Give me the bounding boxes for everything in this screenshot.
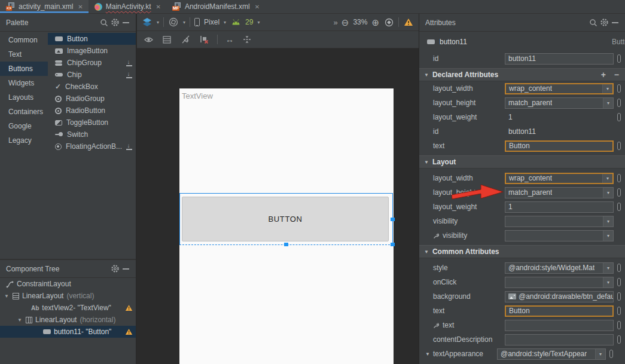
tree-node-constraintlayout[interactable]: ConstraintLayout <box>0 278 136 290</box>
resource-picker-pill[interactable] <box>617 188 621 197</box>
zoom-in-icon[interactable]: ⊕ <box>371 18 379 27</box>
section-common-attributes[interactable]: ▼ Common Attributes <box>419 245 625 258</box>
layout-width-dropdown[interactable]: wrap_content ▾ <box>505 83 614 94</box>
close-icon[interactable]: ✕ <box>255 4 260 10</box>
tab-mainactivity-kt[interactable]: MainActivity.kt ✕ <box>89 0 166 13</box>
resource-picker-pill[interactable] <box>617 307 621 315</box>
gear-icon[interactable] <box>109 264 120 274</box>
palette-category-layouts[interactable]: Layouts <box>0 90 48 105</box>
gear-icon[interactable] <box>599 17 609 28</box>
palette-item-checkbox[interactable]: ✓ CheckBox <box>48 81 136 93</box>
onclick-dropdown[interactable]: ▾ <box>505 277 614 288</box>
resource-picker-pill[interactable] <box>617 99 621 107</box>
palette-category-google[interactable]: Google <box>0 119 48 133</box>
palette-category-widgets[interactable]: Widgets <box>0 76 48 90</box>
chevron-down-icon[interactable]: ▾ <box>603 231 613 241</box>
text-field[interactable]: Button <box>505 140 614 152</box>
resource-picker-pill[interactable] <box>617 84 621 93</box>
resource-picker-pill[interactable] <box>617 292 621 301</box>
resource-picker-pill[interactable] <box>617 321 621 329</box>
tree-node-linearlayout-horizontal[interactable]: ▼ LinearLayout(horizontal) <box>0 314 136 326</box>
chevron-down-icon[interactable]: ▾ <box>595 349 605 359</box>
resource-picker-pill[interactable] <box>617 113 621 121</box>
selection-bounds[interactable]: BUTTON <box>179 193 393 245</box>
autoconnect-off-magnet-icon[interactable] <box>180 34 191 45</box>
chevron-expanded-icon[interactable]: ▼ <box>17 317 23 323</box>
section-layout[interactable]: ▼ Layout <box>419 155 625 169</box>
layout-height-dropdown[interactable]: match_parent ▾ <box>505 187 614 198</box>
attr-value[interactable]: 1 <box>505 113 614 121</box>
tools-text-field[interactable] <box>505 320 614 331</box>
tree-node-linearlayout-vertical[interactable]: ▼ LinearLayout(vertical) <box>0 290 136 302</box>
chevron-down-icon[interactable]: ▾ <box>602 84 612 93</box>
canvas-textview[interactable]: TextView <box>182 91 213 100</box>
resource-picker-pill[interactable] <box>609 350 613 358</box>
chevron-down-icon[interactable]: ▾ <box>602 174 612 183</box>
layout-height-dropdown[interactable]: match_parent ▾ <box>505 97 614 109</box>
design-surface-mode-icon[interactable] <box>142 17 153 27</box>
palette-category-common[interactable]: Common <box>0 33 48 47</box>
palette-item-button[interactable]: Button <box>48 33 136 45</box>
palette-item-chipgroup[interactable]: ChipGroup <box>48 57 136 69</box>
api-level-selector[interactable]: 29 <box>245 18 253 26</box>
resource-picker-pill[interactable] <box>617 54 621 63</box>
zoom-to-fit-icon[interactable] <box>383 17 394 27</box>
add-attribute-button[interactable]: + <box>601 70 606 79</box>
hide-panel-icon[interactable] <box>120 264 131 274</box>
resource-picker-pill[interactable] <box>617 278 621 286</box>
chevron-down-icon[interactable]: ▾ <box>603 277 613 287</box>
palette-item-radiogroup[interactable]: RadioGroup <box>48 93 136 105</box>
zoom-out-icon[interactable]: ⊖ <box>342 18 349 27</box>
textappearance-dropdown[interactable]: @android:style/TextAppear ▾ <box>497 348 606 360</box>
style-dropdown[interactable]: @android:style/Widget.Mat ▾ <box>505 262 614 274</box>
view-options-eye-icon[interactable] <box>143 34 154 45</box>
palette-category-text[interactable]: Text <box>0 47 48 62</box>
toolbar-overflow-icon[interactable]: » <box>334 18 337 27</box>
close-icon[interactable]: ✕ <box>156 4 161 10</box>
chevron-down-icon[interactable]: ▾ <box>603 263 613 273</box>
close-icon[interactable]: ✕ <box>78 4 83 10</box>
background-field[interactable]: @android:drawable/btn_defau <box>505 291 614 302</box>
device-screen[interactable]: TextView BUTTON <box>179 88 394 364</box>
palette-category-buttons[interactable]: Buttons <box>0 62 48 76</box>
tab-activity-main-xml[interactable]: <> activity_main.xml ✕ <box>0 0 89 13</box>
tree-node-button11[interactable]: button11- "Button" <box>0 326 136 338</box>
device-selector[interactable]: Pixel <box>204 18 219 26</box>
resource-picker-pill[interactable] <box>617 264 621 272</box>
palette-item-radiobutton[interactable]: RadioButton <box>48 105 136 117</box>
section-declared-attributes[interactable]: ▼ Declared Attributes + − <box>419 68 625 81</box>
search-icon[interactable] <box>588 17 599 28</box>
clear-constraints-icon[interactable] <box>199 34 209 45</box>
chevron-down-icon[interactable]: ▾ <box>603 216 613 227</box>
resource-picker-pill[interactable] <box>617 335 621 344</box>
design-canvas[interactable]: TextView BUTTON <box>137 49 419 364</box>
attr-value[interactable]: button11 <box>505 127 614 136</box>
palette-category-legacy[interactable]: Legacy <box>0 133 48 148</box>
palette-item-floatingactionbutton[interactable]: FloatingActionB... <box>48 140 136 152</box>
gear-icon[interactable] <box>109 17 120 28</box>
palette-item-chip[interactable]: Chip <box>48 69 136 81</box>
resource-picker-pill[interactable] <box>617 174 621 182</box>
visibility-dropdown[interactable]: ▾ <box>505 216 614 227</box>
palette-item-imagebutton[interactable]: ImageButton <box>48 45 136 57</box>
hide-panel-icon[interactable] <box>609 17 620 28</box>
resource-picker-pill[interactable] <box>617 142 621 150</box>
warning-icon[interactable] <box>403 17 414 27</box>
layout-width-dropdown[interactable]: wrap_content ▾ <box>505 173 614 184</box>
search-icon[interactable] <box>99 17 109 28</box>
chevron-expanded-icon[interactable]: ▼ <box>425 351 430 357</box>
palette-category-containers[interactable]: Containers <box>0 105 48 119</box>
default-margins-icon[interactable]: ↔ <box>225 35 234 44</box>
resize-handle-bottom[interactable] <box>284 243 288 246</box>
resize-handle-corner[interactable] <box>391 243 395 246</box>
resize-handle-right[interactable] <box>391 218 395 221</box>
text-field[interactable]: Button <box>505 305 614 317</box>
content-description-field[interactable] <box>505 334 614 345</box>
chevron-down-icon[interactable]: ▾ <box>603 98 613 108</box>
tab-androidmanifest-xml[interactable]: MF AndroidManifest.xml ✕ <box>166 0 265 13</box>
orientation-icon[interactable] <box>168 17 179 27</box>
remove-attribute-button[interactable]: − <box>614 70 619 79</box>
layout-weight-field[interactable]: 1 <box>505 201 614 213</box>
palette-item-togglebutton[interactable]: ToggleButton <box>48 117 136 129</box>
chevron-down-icon[interactable]: ▾ <box>603 188 613 198</box>
